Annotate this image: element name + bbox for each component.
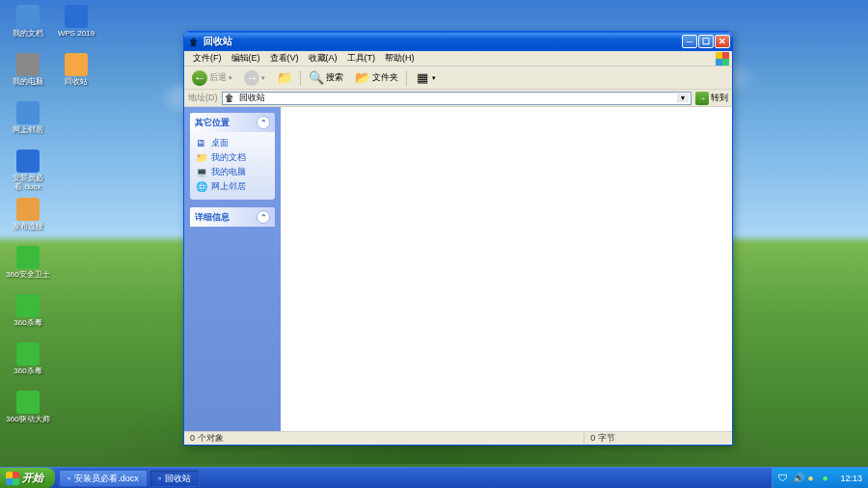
desktop-icon[interactable]: 360杀毒 <box>5 342 51 385</box>
tray-icon[interactable]: 🔊 <box>793 473 804 484</box>
toolbar-separator <box>300 70 301 86</box>
views-button[interactable]: ▦ ▾ <box>411 68 440 88</box>
desktop-icon[interactable]: 我的电脑 <box>5 53 51 95</box>
back-label: 后退 <box>209 71 227 84</box>
status-bytes: 0 字节 <box>584 432 732 445</box>
desktop-icon-image <box>16 53 40 76</box>
go-label: 转到 <box>711 92 728 104</box>
go-button[interactable]: → 转到 <box>695 92 728 105</box>
menu-item[interactable]: 查看(V) <box>265 51 304 66</box>
link-label: 我的电脑 <box>211 166 246 178</box>
desktop-icon[interactable]: 360安全卫士 <box>5 246 51 288</box>
back-button[interactable]: ← 后退 ▾ <box>188 68 236 88</box>
address-value: 回收站 <box>239 92 678 104</box>
desktop-icon-label: 发布连接 <box>13 223 43 231</box>
other-places-header[interactable]: 其它位置 ⌃ <box>190 113 275 132</box>
titlebar-buttons: ─ ☐ ✕ <box>682 35 730 48</box>
details-section: 详细信息 ⌃ <box>190 207 275 227</box>
taskbar-item-icon: ▫ <box>158 474 161 483</box>
views-dropdown-icon: ▾ <box>432 74 436 82</box>
recycle-bin-icon: 🗑 <box>188 36 200 47</box>
search-label: 搜索 <box>326 71 343 84</box>
file-list-area[interactable] <box>281 107 732 431</box>
addressbar: 地址(D) 🗑 回收站 ▾ → 转到 <box>184 90 732 107</box>
link-icon: 💻 <box>196 167 207 178</box>
sidebar-link[interactable]: 🖥桌面 <box>196 136 269 150</box>
titlebar[interactable]: 🗑 回收站 ─ ☐ ✕ <box>184 32 732 51</box>
taskbar-item[interactable]: ▫回收站 <box>149 470 200 487</box>
windows-logo-icon <box>716 52 729 66</box>
menu-item[interactable]: 帮助(H) <box>380 51 420 66</box>
collapse-icon[interactable]: ⌃ <box>257 116 270 129</box>
folders-icon: 📂 <box>355 70 370 86</box>
taskbar-item[interactable]: ▫安装员必看.docx <box>59 470 148 487</box>
desktop-icon-image <box>16 246 40 269</box>
desktop-icon[interactable]: 安装员必看.docx <box>5 149 51 192</box>
close-button[interactable]: ✕ <box>715 35 730 48</box>
minimize-button[interactable]: ─ <box>682 35 697 48</box>
desktop-icon[interactable]: 回收站 <box>53 53 99 95</box>
desktop-icons-area: 我的文档我的电脑网上邻居安装员必看.docx发布连接360安全卫士360杀毒36… <box>5 5 99 448</box>
sidebar-link[interactable]: 📁我的文档 <box>196 150 269 165</box>
desktop-icon-image <box>16 342 40 366</box>
recycle-bin-icon: 🗑 <box>225 93 236 104</box>
other-places-title: 其它位置 <box>195 117 230 129</box>
collapse-icon[interactable]: ⌃ <box>257 210 270 224</box>
desktop-icon[interactable]: 发布连接 <box>5 198 51 240</box>
sidebar-link[interactable]: 🌐网上邻居 <box>196 179 269 194</box>
desktop-icon-label: 我的电脑 <box>13 78 43 87</box>
desktop-icon[interactable]: 360驱动大师 <box>5 391 51 433</box>
folders-button[interactable]: 📂 文件夹 <box>351 68 402 88</box>
back-dropdown-icon: ▾ <box>229 74 232 82</box>
address-label: 地址(D) <box>188 92 218 104</box>
desktop[interactable]: 我的文档我的电脑网上邻居安装员必看.docx发布连接360安全卫士360杀毒36… <box>0 0 868 488</box>
desktop-icon[interactable]: 网上邻居 <box>5 101 51 144</box>
desktop-icon-label: 360杀毒 <box>14 367 41 376</box>
tray-icon[interactable]: 🛡 <box>778 473 790 484</box>
desktop-icon-label: 360驱动大师 <box>6 416 49 424</box>
desktop-icon-image <box>16 5 40 28</box>
folders-label: 文件夹 <box>372 71 398 84</box>
forward-button[interactable]: → ▾ <box>240 68 269 88</box>
tasks-sidebar: 其它位置 ⌃ 🖥桌面📁我的文档💻我的电脑🌐网上邻居 详细信息 ⌃ <box>184 107 281 431</box>
search-icon: 🔍 <box>309 70 324 86</box>
taskbar-item-label: 安装员必看.docx <box>74 473 139 485</box>
address-dropdown-icon[interactable]: ▾ <box>677 94 689 102</box>
menu-item[interactable]: 工具(T) <box>342 51 381 66</box>
search-button[interactable]: 🔍 搜索 <box>305 68 347 88</box>
desktop-icon-image <box>16 294 40 317</box>
system-tray: 🛡 🔊 ● ● 12:13 <box>772 468 868 488</box>
desktop-icon[interactable]: 360杀毒 <box>5 294 51 337</box>
tray-icon[interactable]: ● <box>822 473 833 484</box>
forward-arrow-icon: → <box>244 70 259 86</box>
maximize-button[interactable]: ☐ <box>698 35 714 48</box>
start-button[interactable]: 开始 <box>0 468 55 488</box>
start-label: 开始 <box>22 471 43 485</box>
details-header[interactable]: 详细信息 ⌃ <box>190 207 275 227</box>
back-arrow-icon: ← <box>192 70 207 86</box>
desktop-icon-image <box>16 198 40 221</box>
up-button[interactable]: 📁 <box>273 68 296 88</box>
sidebar-link[interactable]: 💻我的电脑 <box>196 165 269 179</box>
other-places-body: 🖥桌面📁我的文档💻我的电脑🌐网上邻居 <box>190 132 275 200</box>
menu-item[interactable]: 收藏(A) <box>304 51 342 66</box>
desktop-icon-label: 360杀毒 <box>14 319 41 328</box>
content-area: 其它位置 ⌃ 🖥桌面📁我的文档💻我的电脑🌐网上邻居 详细信息 ⌃ <box>184 107 732 431</box>
link-label: 网上邻居 <box>211 180 246 193</box>
menubar: 文件(F)编辑(E)查看(V)收藏(A)工具(T)帮助(H) <box>184 51 732 67</box>
menu-item[interactable]: 编辑(E) <box>227 51 265 66</box>
clock[interactable]: 12:13 <box>840 474 862 483</box>
taskbar: 开始 ▫安装员必看.docx▫回收站 🛡 🔊 ● ● 12:13 <box>0 467 868 488</box>
desktop-icon[interactable]: 我的文档 <box>5 5 51 47</box>
desktop-icon-image <box>65 53 88 76</box>
menu-item[interactable]: 文件(F) <box>188 51 227 66</box>
views-icon: ▦ <box>415 70 430 86</box>
desktop-icon-image <box>16 101 40 124</box>
address-field[interactable]: 🗑 回收站 ▾ <box>222 92 692 105</box>
tray-icon[interactable]: ● <box>807 473 819 484</box>
status-object-count: 0 个对象 <box>184 432 584 445</box>
desktop-icon-label: 我的文档 <box>13 30 43 39</box>
details-title: 详细信息 <box>195 211 230 224</box>
desktop-icon[interactable]: WPS 2019 <box>53 5 99 47</box>
taskbar-item-label: 回收站 <box>165 473 191 485</box>
